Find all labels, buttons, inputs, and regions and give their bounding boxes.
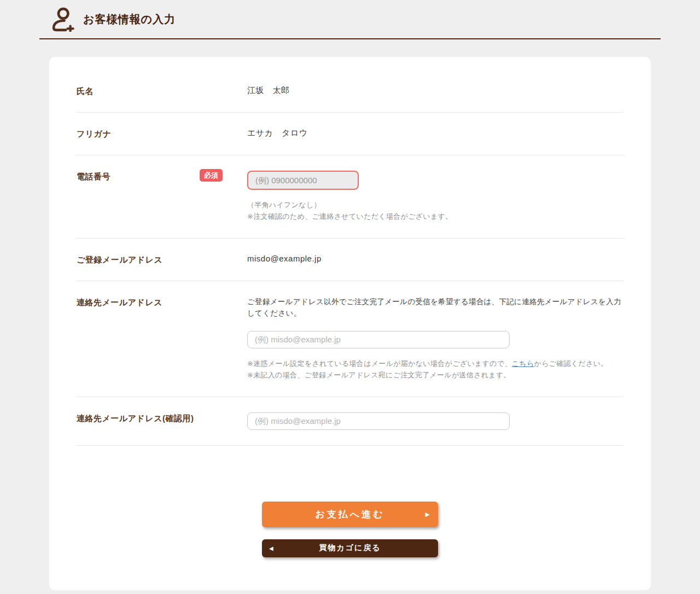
contact-email-confirm-label: 連絡先メールアドレス(確認用) [77,414,194,423]
contact-email-description: ご登録メールアドレス以外でご注文完了メールの受信を希望する場合は、下記に連絡先メ… [247,296,623,319]
name-label: 氏名 [77,86,94,96]
page-title: お客様情報の入力 [83,12,176,27]
registered-email-label: ご登録メールアドレス [77,255,162,264]
phone-input[interactable] [247,171,359,190]
furigana-label: フリガナ [77,129,111,138]
form-row-phone: 電話番号 必須 （半角ハイフンなし） ※注文確認のため、ご連絡させていただく場合… [77,155,623,238]
arrow-right-icon: ▶ [425,511,430,518]
registered-email-value: misdo@example.jp [247,254,322,263]
form-row-furigana: フリガナ エサカ タロウ [77,113,623,155]
contact-email-confirm-input[interactable] [247,412,510,430]
furigana-value: エサカ タロウ [247,128,308,137]
required-badge: 必須 [200,169,223,182]
person-add-icon [48,7,74,32]
form-row-contact-email: 連絡先メールアドレス ご登録メールアドレス以外でご注文完了メールの受信を希望する… [77,281,623,397]
phone-label: 電話番号 [77,172,110,181]
phone-note-format: （半角ハイフンなし） [247,199,623,211]
page-header: お客様情報の入力 [39,0,661,39]
form-row-registered-email: ご登録メールアドレス misdo@example.jp [77,238,623,281]
phone-note-contact: ※注文確認のため、ご連絡させていただく場合がございます。 [247,211,623,222]
proceed-to-payment-button[interactable]: お支払へ進む ▶ [262,502,438,527]
contact-email-note-blank: ※未記入の場合、ご登録メールアドレス宛にご注文完了メールが送信されます。 [247,369,623,381]
contact-email-note-spam: ※迷惑メール設定をされている場合はメールが届かない場合がございますので、こちらか… [247,358,623,369]
kochira-link[interactable]: こちら [512,359,534,368]
back-to-cart-button[interactable]: ◀ 買物カゴに戻る [262,539,438,557]
contact-email-input[interactable] [247,331,510,348]
form-row-contact-email-confirm: 連絡先メールアドレス(確認用) [77,397,623,446]
form-row-name: 氏名 江坂 太郎 [77,70,623,113]
card-footer: お支払へ進む ▶ ◀ 買物カゴに戻る [77,446,623,557]
customer-info-card: 氏名 江坂 太郎 フリガナ エサカ タロウ 電話番号 必須 （半角ハイフンなし）… [49,57,651,590]
arrow-left-icon: ◀ [269,545,273,551]
name-value: 江坂 太郎 [247,85,290,95]
contact-email-label: 連絡先メールアドレス [77,298,162,307]
